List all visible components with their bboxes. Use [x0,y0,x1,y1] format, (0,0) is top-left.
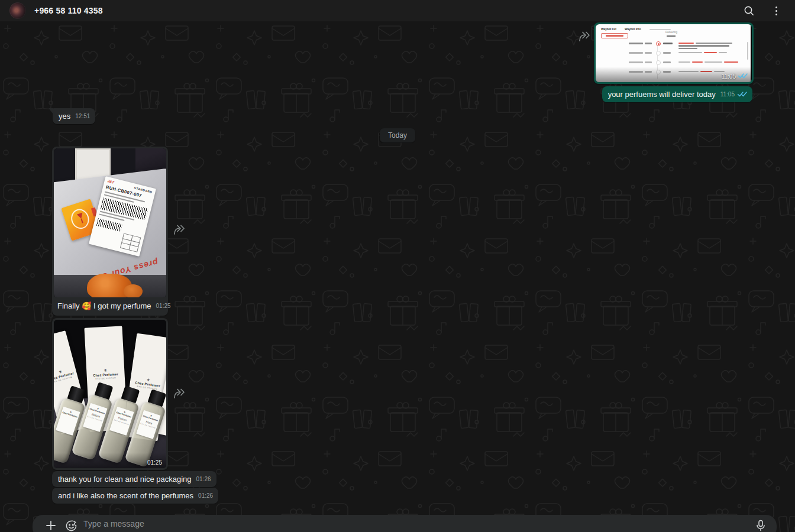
courier-brand: J&T [107,179,114,184]
message-time: 11:05 [720,90,735,99]
tracking-red-button [601,33,628,38]
chat-area: Waybill list Waybill Info Delivering [0,21,795,532]
message-time: 12:51 [75,112,90,121]
search-icon[interactable] [741,2,757,19]
outgoing-tracking-image-message[interactable]: Waybill list Waybill Info Delivering [594,22,754,84]
forward-icon[interactable] [173,224,187,236]
incoming-perfume-image-message[interactable]: ⚜ Chez Perfumer EAU DE PARFUM ⚜ Chez Per… [52,318,168,470]
perfume-photo[interactable]: ⚜ Chez Perfumer EAU DE PARFUM ⚜ Chez Per… [54,320,166,468]
attach-plus-icon[interactable] [43,519,59,532]
message-time: 11:05 [722,73,736,80]
message-time: 01:25 [156,301,171,310]
outgoing-text-message[interactable]: your perfuems will deliver today 11:05 [602,86,752,102]
contact-avatar[interactable] [9,2,26,19]
incoming-text-message[interactable]: and i like also the scent of the perfume… [52,488,218,504]
message-text: yes [59,112,70,121]
microphone-icon[interactable] [753,519,768,532]
message-text: your perfuems will deliver today [608,90,716,99]
tracking-screenshot-image[interactable]: Waybill list Waybill Info Delivering [596,24,752,82]
message-composer [33,515,777,532]
forward-icon[interactable] [173,388,187,400]
package-photo[interactable]: press Your Online B J&T EXPRESS J&T STAN… [54,148,166,297]
read-receipt-icon [737,90,747,99]
image-scrollbar [747,42,749,60]
incoming-package-image-message[interactable]: press Your Online B J&T EXPRESS J&T STAN… [52,147,168,316]
contact-phone-number[interactable]: +966 58 110 4358 [34,6,103,15]
read-receipt-icon [738,73,748,80]
message-time: 01:26 [196,475,211,484]
message-time: 01:25 [147,459,162,466]
incoming-text-message[interactable]: thank you for clean and nice packaging 0… [52,471,216,487]
emoji-sticker-icon[interactable] [63,519,79,532]
message-time: 01:26 [198,491,213,500]
date-divider: Today [380,128,415,142]
message-text: thank you for clean and nice packaging [58,475,192,484]
whatsapp-chat-window: +966 58 110 4358 [0,0,795,532]
waybill-info-label: Waybill Info [625,27,641,31]
image-caption: Finally 🥰 I got my perfume [57,301,151,310]
message-text: and i like also the scent of the perfume… [58,491,193,500]
barcode-small [96,218,122,232]
waybill-list-label: Waybill list [601,27,616,31]
message-input[interactable] [83,519,753,528]
delivering-tab-label: Delivering [665,31,677,34]
incoming-text-message[interactable]: yes 12:51 [53,108,95,124]
menu-kebab-icon[interactable] [768,2,784,19]
forward-icon[interactable] [578,31,592,43]
chat-header: +966 58 110 4358 [0,0,795,21]
